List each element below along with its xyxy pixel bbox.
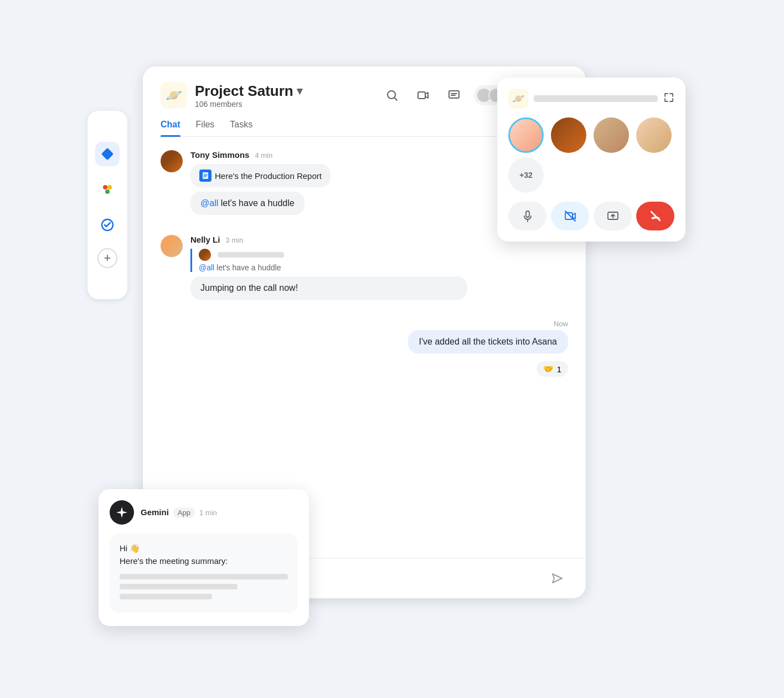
timestamp-now: Now (161, 320, 568, 328)
channel-name-text: Project Saturn (195, 83, 293, 100)
quoted-name-bar (218, 252, 284, 258)
add-space-button[interactable]: + (97, 248, 117, 268)
gemini-content: Hi 👋Here's the meeting summary: (110, 533, 298, 613)
msg-time-tony: 4 min (255, 151, 272, 160)
tab-chat[interactable]: Chat (161, 120, 180, 136)
call-participant-2 (551, 117, 586, 153)
call-participants: +32 (508, 117, 674, 193)
summary-line-2 (120, 584, 238, 589)
msg-time-nelly: 3 min (225, 236, 243, 244)
channel-icon: 🪐 (161, 82, 187, 109)
nelly-msg-block: @all let's have a huddle Jumping on the … (190, 249, 467, 300)
mention-all-1: @all (200, 198, 218, 208)
svg-rect-6 (418, 92, 425, 99)
call-controls (508, 202, 674, 230)
tab-tasks[interactable]: Tasks (230, 120, 252, 136)
gemini-text: Hi 👋Here's the meeting summary: (120, 542, 288, 567)
call-channel-icon: 🪐 (508, 89, 528, 109)
summary-line-3 (120, 594, 212, 599)
gemini-avatar (110, 500, 134, 525)
gemini-time: 1 min (199, 509, 217, 517)
gemini-meta: Gemini App 1 min (141, 507, 217, 518)
quoted-avatar (199, 249, 211, 261)
quoted-text: @all let's have a huddle (199, 263, 467, 272)
search-button[interactable] (381, 84, 403, 106)
channel-name-row[interactable]: Project Saturn ▾ (195, 83, 302, 100)
sidebar-item-spaces[interactable] (95, 177, 120, 202)
expand-call-button[interactable] (663, 92, 674, 106)
mute-button[interactable] (508, 202, 546, 230)
jump-on-call-msg: Jumping on the call now! (190, 276, 467, 300)
msg-sender-nelly: Nelly Li (190, 235, 220, 244)
call-header-row: 🪐 (508, 89, 674, 109)
svg-point-3 (105, 189, 110, 194)
channel-info: 🪐 Project Saturn ▾ 106 members (161, 82, 302, 109)
message-group-nelly: Nelly Li 3 min @all let's have a huddle (161, 235, 568, 304)
mention-all-quoted: @all (199, 263, 214, 272)
svg-rect-7 (449, 91, 459, 98)
tab-files[interactable]: Files (196, 120, 215, 136)
camera-off-button[interactable] (551, 202, 589, 230)
leave-call-button[interactable] (636, 202, 674, 230)
avatar-tony (161, 150, 183, 172)
call-title-bar (534, 95, 658, 102)
call-participant-more: +32 (508, 157, 544, 193)
summary-line-1 (120, 574, 288, 579)
reaction-button[interactable]: 🤝 1 (537, 361, 568, 377)
call-participant-4 (636, 117, 672, 153)
gemini-app-badge: App (173, 507, 195, 518)
huddle-msg: @all let's have a huddle (190, 192, 305, 215)
svg-rect-0 (101, 148, 114, 161)
svg-point-2 (107, 185, 112, 189)
huddle-text: let's have a huddle (221, 198, 295, 208)
asana-message: I've added all the tickets into Asana (408, 330, 568, 353)
gemini-header: Gemini App 1 min (110, 500, 298, 525)
gemini-name: Gemini (141, 507, 169, 517)
avatar-nelly (161, 235, 183, 257)
asana-section: Now I've added all the tickets into Asan… (161, 320, 568, 377)
members-count: 106 members (195, 100, 302, 109)
share-screen-button[interactable] (594, 202, 632, 230)
production-report-chip[interactable]: Here's the Production Report (190, 164, 331, 187)
sidebar-item-tasks[interactable] (95, 213, 120, 237)
sidebar: + (87, 111, 127, 299)
svg-rect-19 (526, 211, 529, 217)
chat-button[interactable] (443, 84, 465, 106)
sidebar-item-chat[interactable] (95, 142, 120, 166)
svg-point-1 (103, 185, 107, 189)
report-label: Here's the Production Report (215, 171, 322, 181)
call-participant-3 (594, 117, 629, 153)
quoted-message: @all let's have a huddle (190, 249, 467, 272)
reaction-emoji: 🤝 (543, 364, 554, 374)
msg-sender-tony: Tony Simmons (190, 150, 249, 160)
call-participant-1 (508, 117, 544, 153)
call-overlay: 🪐 +32 (497, 78, 685, 242)
reaction-count: 1 (557, 365, 561, 374)
gemini-card: Gemini App 1 min Hi 👋Here's the meeting … (99, 489, 309, 626)
svg-rect-21 (565, 213, 572, 219)
doc-icon (199, 170, 212, 182)
msg-content-nelly: Nelly Li 3 min @all let's have a huddle (190, 235, 568, 304)
channel-title: Project Saturn ▾ 106 members (195, 83, 302, 109)
send-button[interactable] (546, 567, 568, 589)
video-button[interactable] (412, 84, 434, 106)
channel-chevron-icon: ▾ (297, 84, 302, 97)
